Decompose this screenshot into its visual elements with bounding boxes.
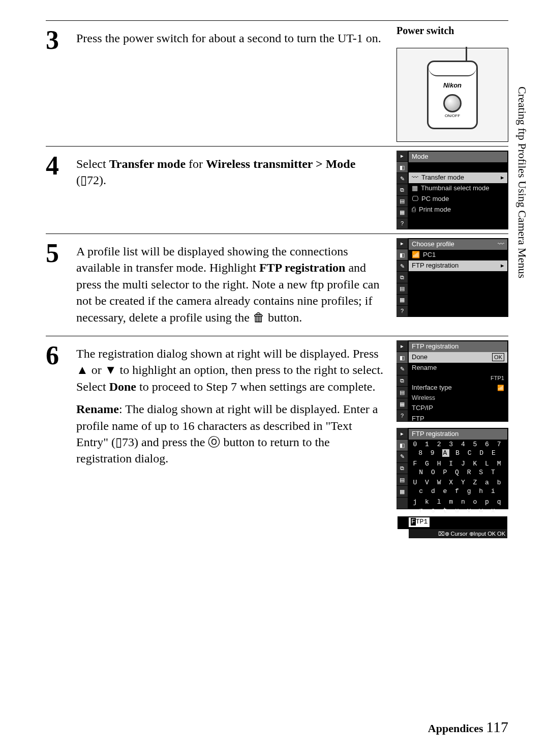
step-3-text: Press the power switch for about a secon… <box>76 25 386 142</box>
menu-item-pc: 🖵PC mode <box>409 194 507 205</box>
text-input-field: FTP1 <box>398 516 507 529</box>
step-number: 5 <box>46 238 76 267</box>
side-section-label: Creating ftp Profiles Using Camera Menus <box>515 86 529 278</box>
power-button-icon <box>443 94 462 112</box>
camera-menu-text-entry: ▸◧✎⧉▤▦ FTP registration 0 1 2 3 4 5 6 7 … <box>396 428 508 509</box>
ok-icon: ⓞ <box>208 435 220 449</box>
camera-menu-ftp-registration: ▸◧✎⧉▤▦? FTP registration DoneOK Rename F… <box>396 340 508 422</box>
step-3: 3 Press the power switch for about a sec… <box>46 20 508 147</box>
menu-done: DoneOK <box>409 352 507 363</box>
down-triangle-icon: ▼ <box>105 363 117 376</box>
profile-ftp-registration: FTP registration▸ <box>409 260 507 271</box>
step-6: 6 The registration dialog shown at right… <box>46 336 508 513</box>
step-number: 6 <box>46 340 76 369</box>
up-triangle-icon: ▲ <box>76 363 88 376</box>
menu-interface: Interface type📶 <box>409 383 507 393</box>
power-switch-caption: Power switch <box>396 25 508 37</box>
step-number: 3 <box>46 25 76 53</box>
step-number: 4 <box>46 151 76 179</box>
menu-ftp: FTP <box>409 414 507 424</box>
device-brand: Nikon <box>429 81 476 89</box>
menu-item-thumbnail: ▦Thumbnail select mode <box>409 183 507 194</box>
menu-tcpip: TCP/IP <box>409 403 507 414</box>
menu-item-print: ⎙Print mode <box>409 205 507 215</box>
camera-menu-choose-profile: ▸◧✎⧉▤▦? Choose profile〰 📶PC1 FTP registr… <box>396 238 508 317</box>
step-4: 4 Select Transfer mode for Wireless tran… <box>46 146 508 234</box>
device-illustration: Nikon ON/OFF <box>396 48 508 142</box>
page-ref-icon: ▯ <box>115 435 122 449</box>
text-entry-footer: ⌧⊕ Cursor ⊕Input OK OK <box>409 529 507 538</box>
step-4-text: Select Transfer mode for Wireless transm… <box>76 151 386 229</box>
trash-icon: 🗑 <box>253 310 265 324</box>
menu-rename: Rename <box>409 363 507 373</box>
camera-menu-mode: ▸◧✎⧉▤▦? Mode 〰Transfer mode▸ ▦Thumbnail … <box>396 151 508 229</box>
profile-pc1: 📶PC1 <box>409 250 507 260</box>
step-5-text: A profile list will be displayed showing… <box>76 238 386 332</box>
page-footer: Appendices 117 <box>428 718 508 736</box>
step-5: 5 A profile list will be displayed showi… <box>46 234 508 336</box>
menu-item-transfer-mode: 〰Transfer mode▸ <box>409 172 507 183</box>
page-ref-icon: ▯ <box>80 173 87 187</box>
step-6-text: The registration dialog shown at right w… <box>76 340 386 509</box>
